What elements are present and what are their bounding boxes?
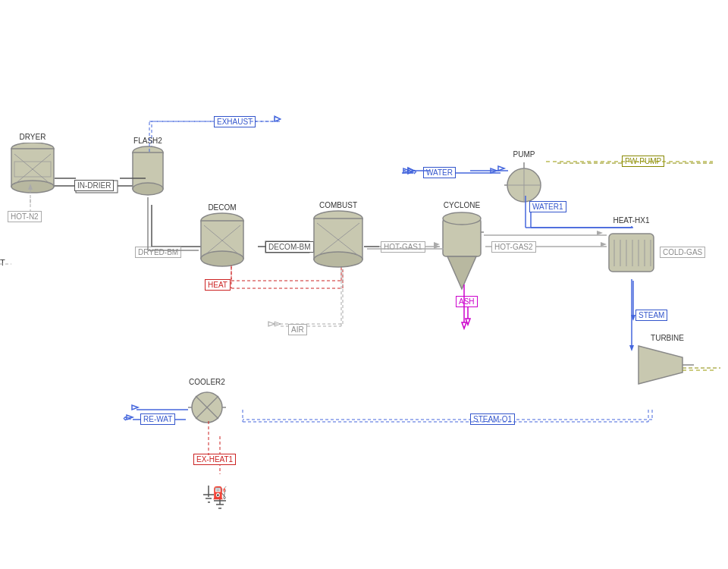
decom-label: DECOM bbox=[199, 203, 246, 212]
t-label: T bbox=[0, 258, 5, 267]
flow-lines bbox=[0, 0, 728, 569]
steam-label: STEAM bbox=[635, 310, 667, 321]
pump-symbol bbox=[504, 159, 544, 204]
svg-point-52 bbox=[11, 181, 54, 193]
svg-marker-17 bbox=[275, 322, 281, 326]
ash-label: ASH bbox=[456, 296, 478, 307]
svg-point-61 bbox=[201, 251, 243, 266]
svg-point-66 bbox=[314, 252, 362, 267]
exhaust-label: EXHAUST bbox=[214, 116, 256, 127]
process-flow-diagram: DRYER IN-DRIER HOT-N2 FLASH2 EXHAUST DRY… bbox=[0, 0, 728, 569]
air-label: AIR bbox=[288, 324, 307, 335]
svg-marker-110 bbox=[498, 166, 504, 171]
in-drier-label: IN-DRIER bbox=[74, 180, 114, 191]
cyclone-group: CYCLONE bbox=[440, 201, 484, 294]
svg-marker-130 bbox=[275, 116, 281, 121]
pw-pump-label: PW-PUMP bbox=[622, 156, 664, 167]
turbine-label: TURBINE bbox=[637, 334, 698, 342]
svg-marker-21 bbox=[601, 242, 607, 247]
svg-marker-19 bbox=[434, 242, 440, 247]
water-label: WATER bbox=[423, 167, 456, 178]
pump-label: PUMP bbox=[504, 150, 544, 159]
heat-hx1-label: HEAT-HX1 bbox=[607, 216, 656, 225]
svg-point-70 bbox=[443, 212, 481, 225]
svg-marker-120 bbox=[132, 405, 138, 410]
dryer-group: DRYER bbox=[11, 133, 55, 196]
svg-marker-115 bbox=[629, 345, 634, 351]
additional-lines bbox=[0, 0, 728, 569]
decom-group: DECOM bbox=[199, 203, 246, 270]
pump-group: PUMP bbox=[504, 150, 544, 206]
svg-marker-104 bbox=[597, 231, 603, 235]
hot-gas1-label: HOT-GAS1 bbox=[381, 241, 425, 253]
svg-marker-106 bbox=[462, 322, 466, 329]
combust-symbol bbox=[311, 209, 366, 269]
turbine-symbol bbox=[637, 342, 698, 388]
cyclone-symbol bbox=[440, 209, 484, 293]
svg-marker-23 bbox=[466, 319, 470, 325]
water-arrow: ⇒ bbox=[408, 165, 417, 178]
svg-marker-98 bbox=[268, 322, 275, 326]
heat-hx1-symbol bbox=[607, 225, 656, 281]
svg-marker-47 bbox=[275, 117, 281, 121]
water1-label: WATER1 bbox=[529, 201, 566, 212]
dryed-bm-label: DRYED-BM bbox=[135, 247, 181, 258]
flash2-label: FLASH2 bbox=[131, 137, 165, 145]
svg-marker-86 bbox=[639, 346, 682, 384]
turbine-group: TURBINE bbox=[637, 334, 698, 389]
combust-label: COMBUST bbox=[311, 201, 366, 209]
flash2-symbol bbox=[131, 145, 165, 198]
svg-marker-25 bbox=[491, 168, 497, 173]
cooler2-label: COOLER2 bbox=[188, 378, 226, 386]
cyclone-label: CYCLONE bbox=[440, 201, 484, 209]
cold-gas-label: COLD-GAS bbox=[660, 247, 705, 258]
decom-symbol bbox=[199, 212, 246, 269]
svg-marker-102 bbox=[434, 244, 440, 249]
flash2-group: FLASH2 bbox=[131, 137, 165, 200]
combust-group: COMBUST bbox=[311, 201, 366, 270]
re-wat-arrow: ⇐ bbox=[123, 412, 132, 424]
hot-gas2-label: HOT-GAS2 bbox=[491, 241, 536, 253]
ex-heat1-label: EX-HEAT1 bbox=[193, 454, 236, 465]
cooler2-symbol bbox=[188, 386, 226, 424]
svg-rect-78 bbox=[609, 234, 654, 272]
decom-bm-label: DECOM-BM bbox=[265, 241, 314, 253]
dryer-label: DRYER bbox=[11, 133, 55, 141]
cooler2-group: COOLER2 bbox=[188, 378, 226, 426]
heat-hx1-group: HEAT-HX1 bbox=[607, 216, 656, 283]
steam-o1-label: STEAM-O1 bbox=[470, 413, 515, 425]
re-wat-label: RE-WAT bbox=[140, 413, 175, 425]
drain-symbol: ⛽ bbox=[212, 486, 228, 500]
svg-marker-71 bbox=[447, 256, 476, 289]
dryer-symbol bbox=[11, 143, 55, 194]
heat-label: HEAT bbox=[205, 279, 231, 291]
svg-point-58 bbox=[133, 183, 163, 195]
hot-n2-label: HOT-N2 bbox=[8, 211, 42, 222]
